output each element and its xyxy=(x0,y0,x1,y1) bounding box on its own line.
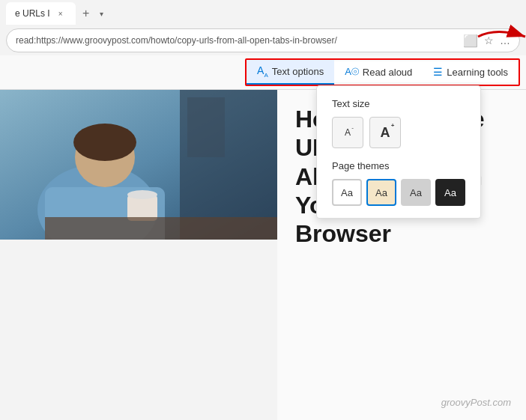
increase-icon: A+ xyxy=(381,125,390,141)
theme-gray-label: Aa xyxy=(410,187,422,198)
read-aloud-button[interactable]: A⦾ Read aloud xyxy=(334,61,423,82)
theme-dark-button[interactable]: Aa xyxy=(435,179,465,206)
text-options-icon: AA xyxy=(257,64,268,79)
site-watermark: groovyPost.com xyxy=(441,397,511,408)
text-options-label: Text options xyxy=(272,66,324,77)
learning-tools-label: Learning tools xyxy=(447,67,508,78)
text-options-panel: Text size A- A+ Page themes Aa Aa Aa xyxy=(316,85,481,219)
hero-svg xyxy=(0,90,277,240)
red-arrow-indicator xyxy=(474,23,526,50)
new-tab-button[interactable]: + xyxy=(76,3,97,24)
reader-toolbar-wrapper: AA Text options A⦾ Read aloud ☰ Learning… xyxy=(0,55,526,90)
tab-title: e URLs I xyxy=(15,8,50,19)
read-aloud-label: Read aloud xyxy=(363,67,413,78)
tab-bar: e URLs I × + ▾ xyxy=(0,0,526,27)
address-text[interactable]: read:https://www.groovypost.com/howto/co… xyxy=(16,35,463,46)
address-bar: read:https://www.groovypost.com/howto/co… xyxy=(6,28,520,52)
active-tab[interactable]: e URLs I × xyxy=(6,2,76,25)
decrease-text-size-button[interactable]: A- xyxy=(332,117,363,148)
learning-tools-button[interactable]: ☰ Learning tools xyxy=(423,61,519,82)
tab-close-button[interactable]: × xyxy=(55,7,67,19)
decrease-icon: A- xyxy=(345,127,351,138)
text-size-title: Text size xyxy=(332,98,465,109)
theme-white-button[interactable]: Aa xyxy=(332,179,362,206)
reader-toolbar-container: AA Text options A⦾ Read aloud ☰ Learning… xyxy=(0,55,526,90)
theme-dark-label: Aa xyxy=(444,187,456,198)
svg-point-8 xyxy=(127,190,157,199)
read-aloud-icon: A⦾ xyxy=(345,66,359,78)
learning-tools-icon: ☰ xyxy=(433,66,443,78)
theme-gray-button[interactable]: Aa xyxy=(401,179,431,206)
text-options-button[interactable]: AA Text options xyxy=(247,60,334,85)
tab-dropdown-button[interactable]: ▾ xyxy=(97,7,106,21)
theme-white-label: Aa xyxy=(341,187,353,198)
theme-beige-button[interactable]: Aa xyxy=(366,179,396,206)
svg-point-5 xyxy=(73,124,136,161)
article-hero-image xyxy=(0,90,277,240)
text-size-controls: A- A+ xyxy=(332,117,465,148)
page-themes-title: Page themes xyxy=(332,160,465,171)
svg-rect-11 xyxy=(45,217,277,240)
reader-toolbar: AA Text options A⦾ Read aloud ☰ Learning… xyxy=(245,58,520,86)
person-image xyxy=(0,90,277,240)
page-themes-controls: Aa Aa Aa Aa xyxy=(332,179,465,206)
increase-text-size-button[interactable]: A+ xyxy=(369,117,401,148)
svg-rect-10 xyxy=(187,97,225,157)
theme-beige-label: Aa xyxy=(375,187,387,198)
